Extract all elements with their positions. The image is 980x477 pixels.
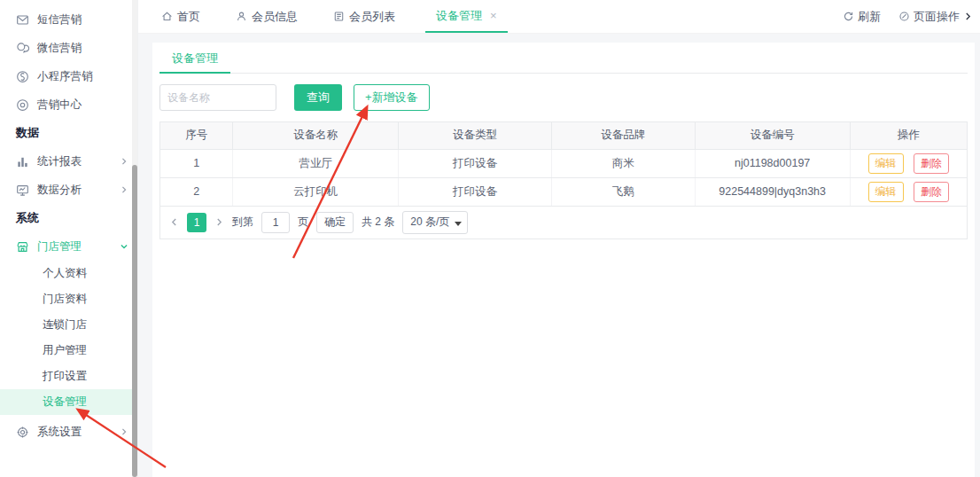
tab-member-info[interactable]: 会员信息 (230, 0, 303, 33)
main-content: 设备管理 查询 +新增设备 序号 设备名称 设备类型 设备品牌 设备编号 操作 (138, 34, 980, 477)
sidebar-item-sms-marketing[interactable]: 短信营销 (0, 5, 137, 34)
monitor-icon (16, 184, 29, 197)
sidebar-section-label: 系统 (16, 210, 39, 226)
cell-actions: 编辑 删除 (850, 177, 967, 206)
sidebar-item-print-settings[interactable]: 打印设置 (0, 364, 137, 389)
store-icon (16, 240, 29, 254)
sidebar-item-label: 用户管理 (43, 343, 87, 358)
tab-bar-actions: 刷新 页面操作 (843, 0, 980, 33)
sidebar-item-label: 系统设置 (37, 425, 82, 440)
sidebar-item-wechat-marketing[interactable]: 微信营销 (0, 34, 137, 62)
sidebar-item-label: 短信营销 (37, 12, 82, 27)
home-icon (161, 11, 173, 22)
table-row: 1 营业厅 打印设备 商米 nj01198d00197 编辑 删除 (160, 149, 967, 177)
refresh-button[interactable]: 刷新 (843, 9, 881, 25)
sidebar-item-label: 小程序营销 (37, 69, 93, 84)
bar-chart-icon (16, 155, 29, 168)
chevron-right-icon (963, 12, 973, 21)
sidebar-item-user-management[interactable]: 用户管理 (0, 338, 137, 364)
col-actions: 操作 (850, 122, 967, 149)
refresh-icon (843, 11, 854, 22)
list-icon (333, 11, 345, 22)
device-table: 序号 设备名称 设备类型 设备品牌 设备编号 操作 1 营业厅 打印设备 商米 (160, 122, 967, 207)
tab-member-list[interactable]: 会员列表 (328, 0, 401, 33)
sidebar-item-label: 连锁门店 (43, 317, 87, 332)
table-header-row: 序号 设备名称 设备类型 设备品牌 设备编号 操作 (160, 122, 967, 149)
goto-page-input[interactable] (261, 212, 290, 233)
sidebar-item-label: 微信营销 (37, 41, 82, 56)
total-count-label: 共 2 条 (362, 215, 394, 230)
chevron-left-icon[interactable] (169, 217, 179, 227)
page-size-select[interactable]: 20 条/页 (402, 211, 468, 234)
panel-tab-strip: 设备管理 (159, 43, 968, 74)
cell-device-brand: 商米 (551, 149, 695, 177)
sidebar-item-data-analysis[interactable]: 数据分析 (0, 176, 137, 204)
edit-button[interactable]: 编辑 (868, 153, 904, 174)
top-tab-bar: 首页 会员信息 会员列表 设备管理 × 刷新 页面操作 (138, 0, 980, 34)
sidebar-item-label: 设备管理 (43, 395, 87, 410)
close-icon[interactable]: × (490, 9, 497, 22)
col-device-name: 设备名称 (233, 122, 399, 149)
cell-device-name: 营业厅 (233, 149, 399, 177)
target-icon (16, 98, 29, 112)
device-table-wrapper: 序号 设备名称 设备类型 设备品牌 设备编号 操作 1 营业厅 打印设备 商米 (159, 121, 968, 239)
wechat-icon (16, 42, 29, 55)
search-button[interactable]: 查询 (294, 84, 342, 111)
device-name-input[interactable] (159, 84, 276, 111)
col-seq: 序号 (160, 122, 233, 149)
cell-device-brand: 飞鹅 (551, 177, 695, 206)
add-device-button[interactable]: +新增设备 (354, 84, 430, 111)
sidebar-item-device-management[interactable]: 设备管理 (0, 389, 137, 415)
page-ops-icon (898, 11, 910, 22)
sidebar-item-store-management[interactable]: 门店管理 (0, 232, 137, 261)
sidebar-item-label: 门店管理 (37, 239, 82, 254)
mail-icon (16, 13, 29, 27)
page-operations-label: 页面操作 (914, 9, 960, 25)
caret-down-icon (455, 222, 462, 226)
tab-label: 首页 (177, 9, 200, 25)
pagination: 1 到第 页 确定 共 2 条 20 条/页 (160, 207, 967, 238)
panel-tab-device-management[interactable]: 设备管理 (159, 43, 230, 74)
page-size-value: 20 条/页 (410, 215, 449, 230)
page-operations-button[interactable]: 页面操作 (898, 9, 973, 25)
cell-device-type: 打印设备 (398, 149, 551, 177)
sidebar-item-miniprogram-marketing[interactable]: 小程序营销 (0, 62, 137, 90)
tab-home[interactable]: 首页 (156, 0, 206, 33)
sidebar-scrollbar-track (132, 0, 137, 477)
sidebar-item-label: 数据分析 (37, 183, 82, 198)
sidebar-item-system-settings[interactable]: 系统设置 (0, 418, 137, 446)
chevron-right-icon (120, 427, 128, 436)
cell-device-type: 打印设备 (398, 177, 551, 206)
sidebar-section-label: 数据 (16, 125, 39, 141)
tab-label: 会员列表 (349, 9, 395, 25)
sidebar: 短信营销 微信营销 小程序营销 营销中心 数据 统计报表 数据分析 (0, 0, 138, 477)
cell-device-code: nj01198d00197 (695, 149, 850, 177)
tab-label: 会员信息 (252, 9, 298, 25)
device-management-panel: 设备管理 查询 +新增设备 序号 设备名称 设备类型 设备品牌 设备编号 操作 (152, 43, 975, 477)
delete-button[interactable]: 删除 (914, 153, 949, 174)
sidebar-item-label: 营销中心 (37, 98, 82, 113)
current-page-button[interactable]: 1 (187, 213, 206, 232)
refresh-label: 刷新 (858, 9, 881, 25)
chevron-right-icon (120, 157, 128, 166)
sidebar-item-store-profile[interactable]: 门店资料 (0, 286, 137, 312)
sidebar-item-personal-profile[interactable]: 个人资料 (0, 261, 137, 286)
sidebar-item-marketing-center[interactable]: 营销中心 (0, 90, 137, 119)
edit-button[interactable]: 编辑 (868, 182, 904, 202)
tab-device-management[interactable]: 设备管理 × (425, 0, 508, 33)
confirm-page-button[interactable]: 确定 (316, 212, 354, 233)
sidebar-item-chain-stores[interactable]: 连锁门店 (0, 312, 137, 338)
chevron-down-icon (120, 242, 128, 251)
sidebar-item-stats-report[interactable]: 统计报表 (0, 147, 137, 176)
col-device-code: 设备编号 (695, 122, 850, 149)
gear-icon (16, 426, 29, 439)
miniprogram-icon (16, 70, 29, 83)
col-device-type: 设备类型 (398, 122, 551, 149)
sidebar-scrollbar-thumb[interactable] (132, 165, 137, 477)
delete-button[interactable]: 删除 (914, 182, 949, 202)
sidebar-item-label: 打印设置 (43, 369, 87, 384)
toolbar: 查询 +新增设备 (159, 84, 968, 111)
cell-seq: 1 (160, 149, 233, 177)
sidebar-item-label: 统计报表 (37, 154, 82, 169)
chevron-right-icon[interactable] (214, 217, 224, 227)
